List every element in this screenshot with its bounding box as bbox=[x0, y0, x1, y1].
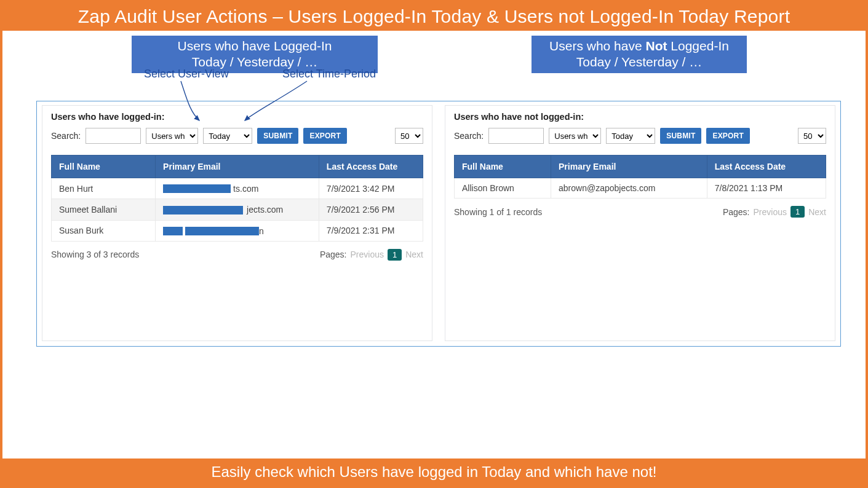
col-last-access[interactable]: Last Access Date bbox=[319, 155, 423, 178]
cell-email: n bbox=[156, 220, 319, 241]
cell-access: 7/9/2021 2:31 PM bbox=[319, 220, 423, 241]
page-size-select[interactable]: 50 bbox=[798, 128, 826, 144]
pages-label: Pages: bbox=[723, 207, 750, 217]
banner-left-line1: Users who have Logged-In bbox=[178, 39, 332, 53]
email-tail: jects.com bbox=[247, 205, 283, 215]
search-input[interactable] bbox=[488, 128, 544, 144]
controls-row-right: Search: Users wh Today SUBMIT EXPORT 50 bbox=[454, 128, 826, 144]
cell-name: Sumeet Ballani bbox=[52, 199, 156, 220]
table-footer-left: Showing 3 of 3 records Pages: Previous 1… bbox=[51, 249, 423, 261]
col-primary-email[interactable]: Primary Email bbox=[551, 155, 707, 178]
redacted-block bbox=[163, 184, 231, 193]
redacted-block bbox=[185, 227, 259, 235]
panel-logged-in: Users who have logged-in: Search: Users … bbox=[42, 105, 432, 341]
current-page[interactable]: 1 bbox=[790, 206, 805, 218]
previous-page[interactable]: Previous bbox=[351, 250, 384, 259]
email-tail: n bbox=[259, 226, 264, 236]
banner-right-bold: Not bbox=[645, 39, 667, 53]
cell-access: 7/9/2021 3:42 PM bbox=[319, 178, 423, 199]
submit-button[interactable]: SUBMIT bbox=[660, 128, 701, 144]
controls-row-left: Search: Users wh Today SUBMIT EXPORT 50 bbox=[51, 128, 423, 144]
showing-text: Showing 1 of 1 records bbox=[454, 207, 542, 217]
cell-email: ts.com bbox=[156, 178, 319, 199]
cell-name: Allison Brown bbox=[455, 178, 551, 199]
panels-container: Users who have logged-in: Search: Users … bbox=[36, 101, 841, 347]
email-tail: ts.com bbox=[233, 184, 258, 194]
user-view-select[interactable]: Users wh bbox=[146, 128, 198, 144]
annotation-arrow-user-view bbox=[172, 81, 209, 123]
export-button[interactable]: EXPORT bbox=[303, 128, 347, 144]
table-row[interactable]: Allison Brown abrown@zapobjects.com 7/8/… bbox=[455, 178, 826, 199]
user-view-select[interactable]: Users wh bbox=[549, 128, 601, 144]
next-page[interactable]: Next bbox=[405, 250, 423, 259]
sub-label-row: Users who have Logged-In Today / Yesterd… bbox=[2, 31, 866, 68]
previous-page[interactable]: Previous bbox=[754, 207, 787, 217]
annotation-layer: Select User-View Select Time-Period bbox=[2, 68, 866, 98]
page-title: Zap Audit User Actions – Users Logged-In… bbox=[2, 2, 866, 31]
cell-email: abrown@zapobjects.com bbox=[551, 178, 707, 199]
search-input[interactable] bbox=[86, 128, 141, 144]
redacted-block bbox=[163, 227, 183, 235]
banner-right-line2: Today / Yesterday / … bbox=[576, 55, 702, 69]
pager: Pages: Previous 1 Next bbox=[320, 249, 423, 261]
annotation-user-view: Select User-View bbox=[144, 68, 229, 81]
page-size-select[interactable]: 50 bbox=[395, 128, 423, 144]
col-full-name[interactable]: Full Name bbox=[455, 155, 551, 178]
col-full-name[interactable]: Full Name bbox=[52, 155, 156, 178]
search-label: Search: bbox=[51, 131, 81, 141]
cell-email: jects.com bbox=[156, 199, 319, 220]
col-primary-email[interactable]: Primary Email bbox=[156, 155, 319, 178]
showing-text: Showing 3 of 3 records bbox=[51, 250, 139, 259]
panel-not-logged-in-title: Users who have not logged-in: bbox=[454, 112, 826, 122]
redacted-block bbox=[163, 206, 243, 214]
banner-right-suffix: Logged-In bbox=[667, 39, 728, 53]
pages-label: Pages: bbox=[320, 250, 347, 259]
logged-in-table: Full Name Primary Email Last Access Date… bbox=[51, 155, 423, 242]
cell-access: 7/9/2021 2:56 PM bbox=[319, 199, 423, 220]
banner-right-prefix: Users who have bbox=[549, 39, 645, 53]
table-row[interactable]: Ben Hurt ts.com 7/9/2021 3:42 PM bbox=[52, 178, 423, 199]
cell-name: Ben Hurt bbox=[52, 178, 156, 199]
table-row[interactable]: Susan Burk n 7/9/2021 2:31 PM bbox=[52, 220, 423, 241]
table-footer-right: Showing 1 of 1 records Pages: Previous 1… bbox=[454, 206, 826, 218]
summary-bar: Easily check which Users have logged in … bbox=[2, 458, 866, 486]
export-button[interactable]: EXPORT bbox=[706, 128, 750, 144]
time-period-select[interactable]: Today bbox=[606, 128, 655, 144]
app-frame: Zap Audit User Actions – Users Logged-In… bbox=[0, 0, 868, 488]
cell-name: Susan Burk bbox=[52, 220, 156, 241]
banner-left-line2: Today / Yesterday / … bbox=[192, 55, 317, 69]
search-label: Search: bbox=[454, 131, 484, 141]
panel-logged-in-title: Users who have logged-in: bbox=[51, 112, 423, 122]
panel-not-logged-in: Users who have not logged-in: Search: Us… bbox=[445, 105, 835, 341]
col-last-access[interactable]: Last Access Date bbox=[707, 155, 826, 178]
next-page[interactable]: Next bbox=[808, 207, 826, 217]
submit-button[interactable]: SUBMIT bbox=[257, 128, 298, 144]
annotation-time-period: Select Time-Period bbox=[282, 68, 376, 81]
time-period-select[interactable]: Today bbox=[203, 128, 252, 144]
annotation-arrow-time-period bbox=[242, 81, 310, 123]
pager: Pages: Previous 1 Next bbox=[723, 206, 826, 218]
not-logged-in-table: Full Name Primary Email Last Access Date… bbox=[454, 155, 826, 199]
cell-access: 7/8/2021 1:13 PM bbox=[707, 178, 826, 199]
current-page[interactable]: 1 bbox=[388, 249, 402, 261]
table-row[interactable]: Sumeet Ballani jects.com 7/9/2021 2:56 P… bbox=[52, 199, 423, 220]
